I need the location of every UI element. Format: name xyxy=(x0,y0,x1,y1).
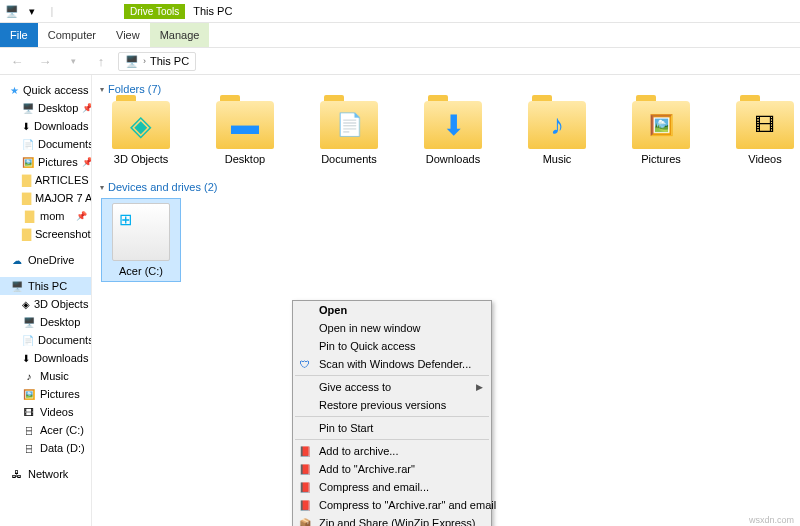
contextual-tab-label: Drive Tools xyxy=(124,4,185,19)
folder-icon: ▇ xyxy=(22,173,31,187)
folder-3d-objects[interactable]: ◈3D Objects xyxy=(106,101,176,165)
drive-icon: ⌸ xyxy=(22,423,36,437)
ctx-add-archive[interactable]: 📕Add to archive... xyxy=(293,442,491,460)
content-pane: ▾ Folders (7) ◈3D Objects ▬Desktop 📄Docu… xyxy=(92,75,800,526)
quick-access-toolbar: 🖥️ ▾ | xyxy=(0,3,64,19)
chevron-right-icon: ▶ xyxy=(476,382,483,392)
explorer-body: ★Quick access 🖥️Desktop📌 ⬇Downloads📌 📄Do… xyxy=(0,75,800,526)
folder-pictures[interactable]: 🖼️Pictures xyxy=(626,101,696,165)
window-title: This PC xyxy=(185,5,232,17)
music-icon: ♪ xyxy=(22,369,36,383)
pictures-icon: 🖼️ xyxy=(22,155,34,169)
nav-item-3dobjects[interactable]: ◈3D Objects xyxy=(0,295,91,313)
nav-item-major7[interactable]: ▇MAJOR 7 AUTOMAT📌 xyxy=(0,189,91,207)
folder-icon: ▇ xyxy=(22,191,31,205)
drive-icon: ⌸ xyxy=(22,441,36,455)
shield-icon: 🛡 xyxy=(298,357,312,371)
nav-item-music[interactable]: ♪Music xyxy=(0,367,91,385)
tab-view[interactable]: View xyxy=(106,23,150,47)
navigation-pane: ★Quick access 🖥️Desktop📌 ⬇Downloads📌 📄Do… xyxy=(0,75,92,526)
nav-item-downloads[interactable]: ⬇Downloads📌 xyxy=(0,117,91,135)
nav-item-acer-c[interactable]: ⌸Acer (C:) xyxy=(0,421,91,439)
drives-group-header[interactable]: ▾ Devices and drives (2) xyxy=(100,179,800,199)
breadcrumb-location[interactable]: This PC xyxy=(150,55,189,67)
folder-documents[interactable]: 📄Documents xyxy=(314,101,384,165)
nav-this-pc[interactable]: 🖥️This PC xyxy=(0,277,91,295)
ribbon-tabs: File Computer View Manage xyxy=(0,23,800,48)
nav-item-mom[interactable]: ▇mom📌 xyxy=(0,207,91,225)
ctx-compress-rar-email[interactable]: 📕Compress to "Archive.rar" and email xyxy=(293,496,491,514)
tab-computer[interactable]: Computer xyxy=(38,23,106,47)
folder-music[interactable]: ♪Music xyxy=(522,101,592,165)
nav-item-pictures[interactable]: 🖼️Pictures📌 xyxy=(0,153,91,171)
downloads-icon: ⬇ xyxy=(22,119,30,133)
thispc-icon: 🖥️ xyxy=(10,279,24,293)
ctx-give-access[interactable]: Give access to▶ xyxy=(293,378,491,396)
tab-manage[interactable]: Manage xyxy=(150,23,210,47)
folder-icon: ▇ xyxy=(22,209,36,223)
nav-item-pictures[interactable]: 🖼️Pictures xyxy=(0,385,91,403)
watermark: wsxdn.com xyxy=(749,515,794,525)
winrar-icon: 📕 xyxy=(298,498,312,512)
pin-icon: 📌 xyxy=(82,157,92,167)
nav-quick-access[interactable]: ★Quick access xyxy=(0,81,91,99)
tab-file[interactable]: File xyxy=(0,23,38,47)
star-icon: ★ xyxy=(10,83,19,97)
chevron-right-icon: › xyxy=(143,56,146,66)
ctx-pin-start[interactable]: Pin to Start xyxy=(293,419,491,437)
folders-group-header[interactable]: ▾ Folders (7) xyxy=(100,81,800,101)
winrar-icon: 📕 xyxy=(298,462,312,476)
chevron-down-icon: ▾ xyxy=(100,85,104,94)
separator xyxy=(295,439,489,440)
nav-item-desktop[interactable]: 🖥️Desktop xyxy=(0,313,91,331)
network-icon: 🖧 xyxy=(10,467,24,481)
ctx-restore-versions[interactable]: Restore previous versions xyxy=(293,396,491,414)
folder-videos[interactable]: 🎞Videos xyxy=(730,101,800,165)
ctx-add-archive-rar[interactable]: 📕Add to "Archive.rar" xyxy=(293,460,491,478)
nav-network[interactable]: 🖧Network xyxy=(0,465,91,483)
folders-row: ◈3D Objects ▬Desktop 📄Documents ⬇Downloa… xyxy=(100,101,800,165)
ctx-pin-quick-access[interactable]: Pin to Quick access xyxy=(293,337,491,355)
winrar-icon: 📕 xyxy=(298,480,312,494)
ctx-scan-defender[interactable]: 🛡Scan with Windows Defender... xyxy=(293,355,491,373)
nav-item-videos[interactable]: 🎞Videos xyxy=(0,403,91,421)
nav-item-data-d[interactable]: ⌸Data (D:) xyxy=(0,439,91,457)
documents-icon: 📄 xyxy=(22,137,34,151)
title-bar: 🖥️ ▾ | Drive Tools This PC xyxy=(0,0,800,23)
drive-acer-c[interactable]: ⊞ Acer (C:) xyxy=(102,199,180,281)
nav-item-desktop[interactable]: 🖥️Desktop📌 xyxy=(0,99,91,117)
ctx-compress-email[interactable]: 📕Compress and email... xyxy=(293,478,491,496)
divider-icon: | xyxy=(44,3,60,19)
save-icon[interactable]: ▾ xyxy=(24,3,40,19)
context-menu: Open Open in new window Pin to Quick acc… xyxy=(292,300,492,526)
ctx-open-new-window[interactable]: Open in new window xyxy=(293,319,491,337)
winzip-icon: 📦 xyxy=(298,516,312,526)
ctx-open[interactable]: Open xyxy=(293,301,491,319)
folder-icon: ▇ xyxy=(22,227,31,241)
nav-forward-button[interactable]: → xyxy=(34,50,56,72)
videos-icon: 🎞 xyxy=(22,405,36,419)
nav-item-downloads[interactable]: ⬇Downloads xyxy=(0,349,91,367)
nav-item-documents[interactable]: 📄Documents📌 xyxy=(0,135,91,153)
nav-item-documents[interactable]: 📄Documents xyxy=(0,331,91,349)
pin-icon: 📌 xyxy=(82,103,92,113)
nav-item-articles[interactable]: ▇ARTICLES📌 xyxy=(0,171,91,189)
winrar-icon: 📕 xyxy=(298,444,312,458)
desktop-icon: 🖥️ xyxy=(22,101,34,115)
3d-icon: ◈ xyxy=(22,297,30,311)
documents-icon: 📄 xyxy=(22,333,34,347)
folder-downloads[interactable]: ⬇Downloads xyxy=(418,101,488,165)
folder-desktop[interactable]: ▬Desktop xyxy=(210,101,280,165)
nav-item-screenshots[interactable]: ▇Screenshots xyxy=(0,225,91,243)
nav-back-button[interactable]: ← xyxy=(6,50,28,72)
drive-icon: ⊞ xyxy=(112,203,170,261)
breadcrumb[interactable]: 🖥️ › This PC xyxy=(118,52,196,71)
ctx-zip-share[interactable]: 📦Zip and Share (WinZip Express) xyxy=(293,514,491,526)
thispc-icon: 🖥️ xyxy=(4,3,20,19)
separator xyxy=(295,375,489,376)
nav-recent-button[interactable]: ▾ xyxy=(62,50,84,72)
nav-onedrive[interactable]: ☁OneDrive xyxy=(0,251,91,269)
nav-up-button[interactable]: ↑ xyxy=(90,50,112,72)
windows-logo-icon: ⊞ xyxy=(119,210,132,229)
separator xyxy=(295,416,489,417)
